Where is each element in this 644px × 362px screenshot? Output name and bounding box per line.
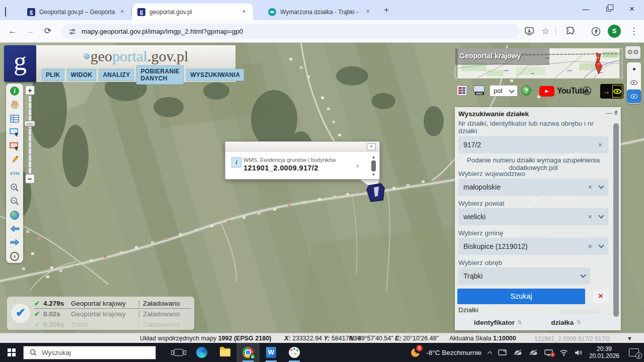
voivodeship-select[interactable]: małopolskie ×: [458, 178, 608, 196]
language-select[interactable]: pol: [490, 85, 518, 97]
window-minimize-button[interactable]: —: [574, 0, 597, 18]
sort-icon[interactable]: ⇅: [576, 319, 581, 326]
night-mode-moon-icon[interactable]: 5: [411, 348, 420, 357]
scroll-up-icon[interactable]: ▲: [370, 155, 377, 159]
pan-hand-button[interactable]: [10, 100, 20, 110]
chevron-down-icon[interactable]: [598, 242, 604, 248]
wms-service-icon[interactable]: WMS: [473, 85, 486, 96]
window-restore-button[interactable]: [597, 0, 620, 18]
tray-chevron-up-icon[interactable]: [488, 350, 492, 355]
scroll-up-icon[interactable]: ▲: [611, 107, 621, 114]
visibility-eye-button[interactable]: [627, 76, 641, 89]
start-button[interactable]: [0, 343, 23, 362]
tab-geoportal-home[interactable]: g Geoportal.gov.pl – Geoportal In ×: [22, 4, 131, 20]
menu-widok[interactable]: WIDOK: [67, 69, 97, 81]
profile-avatar[interactable]: S: [608, 25, 621, 38]
site-info-icon[interactable]: [68, 28, 76, 36]
forward-button[interactable]: →: [23, 24, 38, 39]
close-tools-button[interactable]: ×: [10, 251, 20, 261]
tab-search-chevron-icon[interactable]: [5, 7, 6, 16]
tab-listing[interactable]: Wymarzona działka - Trąbki - s ×: [263, 4, 377, 20]
cancel-search-button[interactable]: ×: [593, 290, 609, 303]
tab-close-icon[interactable]: ×: [119, 8, 126, 16]
popup-title-bar[interactable]: ×: [225, 142, 379, 152]
window-close-button[interactable]: ×: [620, 0, 643, 18]
select-area-button[interactable]: [10, 127, 20, 137]
zoom-slider-minus-button[interactable]: −: [25, 174, 35, 184]
previous-view-button[interactable]: [10, 224, 20, 234]
clear-select-icon[interactable]: ×: [588, 242, 592, 250]
chevron-down-icon[interactable]: [598, 183, 604, 189]
precinct-select[interactable]: Trąbki: [458, 267, 590, 285]
taskbar-word[interactable]: W: [260, 343, 283, 362]
taskbar-search-box[interactable]: Wyszukaj: [23, 346, 156, 359]
display-error-icon[interactable]: ×: [544, 349, 553, 356]
zoom-in-button[interactable]: [10, 183, 20, 193]
scroll-down-icon[interactable]: ▼: [370, 172, 377, 177]
sort-icon[interactable]: ⇅: [517, 319, 522, 326]
taskbar-edge[interactable]: [190, 343, 213, 362]
scroll-thumb[interactable]: [371, 160, 376, 171]
bookmark-star-icon[interactable]: ☆: [539, 25, 551, 37]
performance-icon[interactable]: [590, 25, 602, 37]
taskbar-paint[interactable]: [283, 343, 306, 362]
zoom-slider-track[interactable]: [28, 95, 32, 174]
chevron-down-icon[interactable]: [580, 272, 586, 278]
address-bar[interactable]: mapy.geoportal.gov.pl/imap/Imgp_2.html?g…: [61, 24, 519, 39]
wifi-icon[interactable]: [559, 349, 568, 356]
taskbar-clock[interactable]: 20:39 20.01.2026: [589, 345, 619, 359]
chevron-down-icon[interactable]: [598, 213, 604, 218]
visibility-dot-button[interactable]: [627, 62, 641, 76]
reload-button[interactable]: ⟳: [40, 24, 55, 39]
commune-select[interactable]: Biskupice (1219012) ×: [458, 238, 608, 255]
attribute-table-button[interactable]: [10, 114, 20, 124]
extensions-icon[interactable]: [565, 25, 577, 37]
measure-pencil-button[interactable]: [10, 155, 20, 165]
weather-widget[interactable]: -8°C Bezchmurnie: [426, 349, 481, 356]
clear-selection-button[interactable]: [10, 141, 20, 151]
youtube-link[interactable]: ▶ YouTube: [539, 85, 589, 97]
zoom-out-button[interactable]: [10, 196, 20, 206]
zoom-slider-plus-button[interactable]: +: [25, 85, 35, 95]
settings-gears-icon[interactable]: ⚙⚙: [625, 46, 640, 59]
menu-pobieranie-danych[interactable]: POBIERANIE DANYCH: [136, 65, 184, 84]
column-dzialka[interactable]: działka⇅: [551, 319, 581, 326]
task-view-button[interactable]: [167, 343, 190, 362]
tab-close-icon[interactable]: ×: [364, 8, 372, 16]
legend-grid-icon[interactable]: [457, 85, 467, 96]
onedrive-cloud-off-icon[interactable]: [513, 349, 522, 356]
coordinates-xyh-button[interactable]: XYH: [10, 168, 20, 178]
search-button[interactable]: Szukaj: [457, 289, 585, 304]
column-identyfikator[interactable]: identyfikator⇅: [474, 319, 522, 326]
clear-input-icon[interactable]: ×: [598, 141, 602, 149]
menu-wyszukiwania[interactable]: WYSZUKIWANIA: [186, 69, 244, 81]
menu-analizy[interactable]: ANALIZY: [99, 69, 134, 81]
statusbar-collapse-icon[interactable]: ▼: [627, 335, 632, 341]
contrast-eye-button[interactable]: [612, 84, 623, 98]
clear-select-icon[interactable]: ×: [588, 213, 592, 221]
identify-info-button[interactable]: i: [10, 86, 20, 96]
panel-vertical-scrollbar[interactable]: ▲: [611, 107, 621, 330]
new-tab-button[interactable]: +: [381, 5, 392, 16]
visibility-eye-active-button[interactable]: [627, 89, 641, 103]
taskbar-chrome[interactable]: S: [236, 343, 260, 362]
cloud-off-icon[interactable]: [529, 349, 538, 356]
scroll-thumb[interactable]: [613, 123, 619, 317]
full-extent-globe-button[interactable]: [10, 210, 20, 220]
popup-scrollbar[interactable]: ▲ ▼: [370, 155, 377, 177]
tab-geoportal-map-active[interactable]: g geoportal.gov.pl ×: [132, 4, 253, 20]
accessibility-wheel-icon[interactable]: [582, 86, 592, 96]
menu-plik[interactable]: PLIK: [42, 69, 64, 81]
help-button[interactable]: ?: [521, 85, 531, 96]
volume-icon[interactable]: [575, 349, 583, 356]
county-select[interactable]: wielicki ×: [458, 208, 608, 225]
popup-next-chevron-icon[interactable]: ›: [356, 161, 359, 169]
contrast-arrow-button[interactable]: →: [601, 84, 612, 98]
taskbar-explorer[interactable]: [213, 343, 236, 362]
geoportal-logo[interactable]: g: [4, 45, 36, 82]
next-view-button[interactable]: [10, 237, 20, 247]
browser-menu-kebab-icon[interactable]: ⋮: [628, 25, 640, 37]
zoom-slider-handle[interactable]: [24, 121, 35, 127]
back-button[interactable]: ←: [5, 24, 20, 39]
cast-icon[interactable]: [498, 349, 507, 356]
